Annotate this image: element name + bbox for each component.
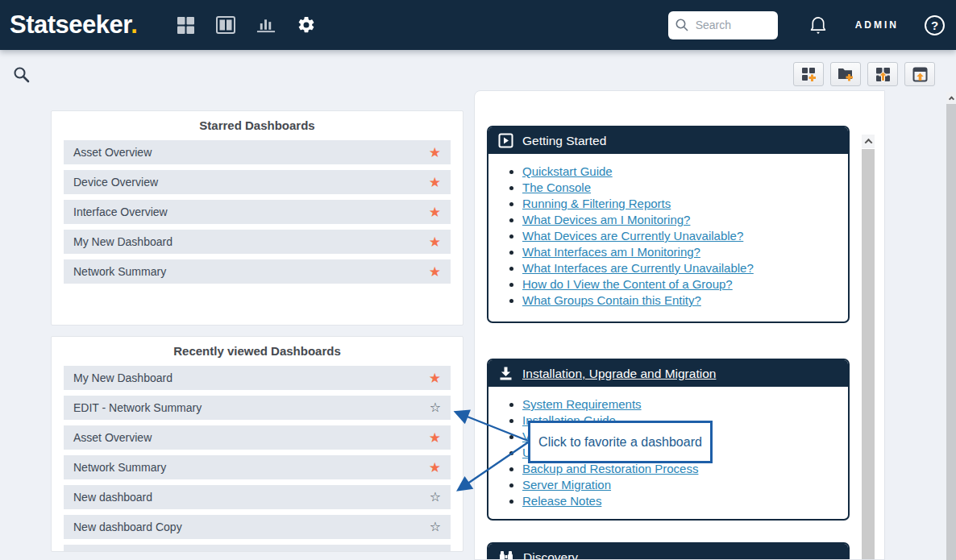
dashboard-list-item[interactable]: Network Summary ★	[64, 455, 451, 479]
help-link-item: What Groups Contain this Entity?	[522, 292, 848, 309]
help-link-item: Release Notes	[522, 493, 848, 509]
recently-viewed-list: My New Dashboard ★ EDIT - Network Summar…	[52, 366, 463, 552]
chevron-up-icon	[948, 96, 954, 102]
dashboard-name: Network Summary	[73, 461, 166, 474]
help-link[interactable]: Backup and Restoration Process	[522, 462, 698, 475]
help-link[interactable]: System Requirements	[522, 397, 642, 411]
statseeker-logo[interactable]: Statseeker.	[10, 10, 137, 39]
getting-started-header: Getting Started	[488, 127, 848, 154]
help-link-item: Backup and Restoration Process	[522, 461, 848, 477]
help-link-item: What Interfaces am I Monitoring?	[522, 244, 848, 260]
help-link-item: Running & Filtering Reports	[522, 196, 848, 212]
favorite-tooltip: Click to favorite a dashboard	[528, 421, 713, 463]
scroll-up-button[interactable]	[946, 92, 956, 103]
discovery-header: Discovery	[488, 544, 848, 560]
help-link-item: Server Migration	[522, 477, 848, 493]
help-link-item: System Requirements	[522, 396, 848, 413]
settings-gear-icon[interactable]	[297, 15, 316, 35]
help-link[interactable]: What Devices are Currently Unavailable?	[522, 229, 743, 243]
getting-started-card: Getting Started Quickstart GuideThe Cons…	[487, 126, 850, 323]
dashboard-name: EDIT - Network Summary	[73, 401, 202, 414]
page-scrollbar	[946, 92, 956, 560]
dashboard-list-item[interactable]: Asset Overview ★	[64, 140, 451, 164]
scrollbar-thumb[interactable]	[862, 149, 875, 559]
help-link[interactable]: What Interfaces are Currently Unavailabl…	[522, 261, 754, 275]
notifications-bell-icon[interactable]	[808, 15, 828, 35]
installation-title[interactable]: Installation, Upgrade and Migration	[522, 367, 716, 381]
dashboard-search-icon[interactable]	[13, 66, 30, 83]
dashboard-name: My New Dashboard	[73, 235, 172, 248]
help-panel: Getting Started Quickstart GuideThe Cons…	[474, 90, 885, 560]
chevron-up-icon	[864, 139, 872, 147]
help-link[interactable]: What Interfaces am I Monitoring?	[522, 245, 700, 259]
dashboard-name: Device Overview	[73, 176, 158, 189]
dashboard-name: New dashboard Copy	[73, 521, 182, 533]
discovery-title: Discovery	[523, 550, 578, 560]
dashboard-list-item[interactable]: Device Overview ★	[64, 170, 451, 194]
tooltip-arrows	[439, 400, 534, 503]
help-panel-scrollbar	[862, 135, 875, 559]
reports-chart-icon[interactable]	[256, 15, 276, 35]
dashboard-name: My New Dashboard	[73, 371, 172, 384]
help-link-item: What Interfaces are Currently Unavailabl…	[522, 260, 848, 276]
dashboard-list-item[interactable]: New dashboard ☆	[64, 485, 451, 509]
favorite-star-icon[interactable]: ☆	[430, 521, 441, 533]
favorite-star-icon[interactable]: ★	[429, 176, 441, 189]
dashboards-grid-icon[interactable]	[176, 15, 195, 35]
favorite-star-icon[interactable]: ★	[429, 146, 441, 160]
dashboard-list-item[interactable]: Network Summary ★	[64, 259, 451, 284]
favorite-star-icon[interactable]: ★	[429, 265, 441, 279]
dashboard-list-item[interactable]: Interface Overview ★	[64, 200, 451, 224]
dashboard-name: Network Summary	[73, 265, 166, 278]
dashboard-list-item[interactable]: EDIT - Network Summary ☆	[64, 396, 451, 420]
help-link[interactable]: Server Migration	[522, 478, 611, 492]
upload-dashboard-button[interactable]	[904, 62, 935, 86]
dashboard-list-item[interactable]: Asset Overview ★	[64, 425, 451, 450]
dashboard-list-item[interactable]: New dashboard Copy ☆	[64, 515, 451, 539]
installation-header: Installation, Upgrade and Migration	[488, 360, 848, 387]
getting-started-title: Getting Started	[522, 134, 606, 148]
help-link-item: What Devices are Currently Unavailable?	[522, 228, 848, 244]
recently-viewed-card: Recently viewed Dashboards My New Dashbo…	[51, 336, 463, 552]
help-link[interactable]: How do I View the Content of a Group?	[522, 277, 733, 291]
help-link[interactable]: What Devices am I Monitoring?	[522, 213, 690, 226]
help-link[interactable]: What Groups Contain this Entity?	[522, 293, 701, 307]
help-icon[interactable]: ?	[925, 15, 945, 35]
navbar-menu	[176, 15, 316, 35]
dashboard-list-item[interactable]	[64, 545, 451, 552]
help-link[interactable]: Running & Filtering Reports	[522, 197, 671, 210]
restore-dashboard-button[interactable]	[867, 62, 898, 86]
top-navbar: Statseeker. ADMIN ?	[0, 0, 956, 50]
dashboard-list-item[interactable]: My New Dashboard ★	[64, 230, 451, 254]
dashboard-list-item[interactable]: My New Dashboard ★	[64, 366, 451, 390]
help-link-item: What Devices am I Monitoring?	[522, 212, 848, 228]
dashboard-name: New dashboard	[73, 491, 152, 504]
help-link-item: How do I View the Content of a Group?	[522, 276, 848, 292]
admin-user-label[interactable]: ADMIN	[855, 19, 899, 31]
help-link[interactable]: The Console	[522, 180, 591, 194]
starred-dashboards-card: Starred Dashboards Asset Overview ★ Devi…	[51, 110, 463, 326]
dashboard-toolbar	[793, 62, 935, 86]
download-icon	[498, 366, 513, 381]
navbar-right: ADMIN ?	[668, 11, 945, 39]
favorite-star-icon[interactable]: ★	[429, 371, 441, 385]
binoculars-icon	[498, 550, 514, 560]
discovery-card: Discovery	[487, 542, 850, 560]
getting-started-links: Quickstart GuideThe ConsoleRunning & Fil…	[488, 164, 848, 309]
favorite-star-icon[interactable]: ★	[429, 205, 441, 219]
help-link-item: Quickstart Guide	[522, 164, 848, 180]
search-icon	[675, 18, 689, 32]
help-link[interactable]: Quickstart Guide	[522, 164, 613, 178]
scrollbar-thumb[interactable]	[946, 104, 956, 560]
layout-columns-icon[interactable]	[216, 15, 235, 35]
favorite-star-icon[interactable]: ★	[429, 235, 441, 249]
starred-dashboards-list: Asset Overview ★ Device Overview ★ Inter…	[52, 140, 463, 284]
add-dashboard-button[interactable]	[793, 62, 824, 86]
scroll-up-button[interactable]	[862, 135, 875, 148]
global-search-box[interactable]	[668, 11, 778, 39]
play-video-icon	[498, 133, 513, 148]
add-folder-button[interactable]	[830, 62, 861, 86]
logo-dot: .	[131, 10, 137, 39]
search-input[interactable]	[696, 19, 771, 31]
help-link-item: The Console	[522, 180, 848, 196]
